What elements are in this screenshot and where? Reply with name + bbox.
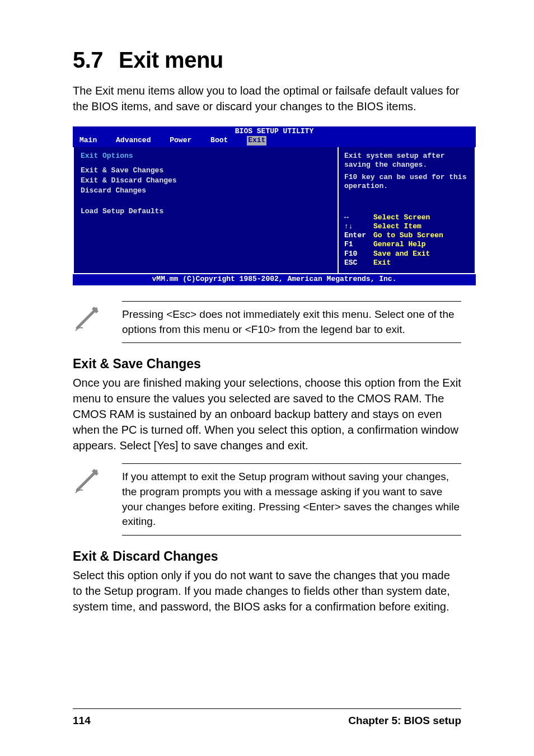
section-number: 5.7 [73,48,103,72]
bios-tab-advanced: Advanced [116,136,151,145]
list-item: Exit & Discard Changes [81,176,331,185]
list-item: Load Setup Defaults [81,207,331,216]
subhead-discard: Exit & Discard Changes [73,549,461,564]
bios-tab-exit: Exit [247,136,266,145]
chapter-label: Chapter 5: BIOS setup [348,715,461,727]
bios-right-panel: Exit system setup after saving the chang… [339,147,476,275]
bios-tab-boot: Boot [210,136,228,145]
bios-screenshot: BIOS SETUP UTILITY Main Advanced Power B… [73,126,476,285]
intro-paragraph: The Exit menu items allow you to load th… [73,83,461,114]
bios-footer: vMM.mm (C)Copyright 1985-2002, American … [73,274,476,285]
page-footer: 114 Chapter 5: BIOS setup [73,708,461,727]
note-text: If you attempt to exit the Setup program… [122,463,461,535]
note-icon [73,463,106,535]
list-item: Exit & Save Changes [81,166,331,175]
page-number: 114 [73,715,91,727]
page-title: 5.7Exit menu [73,48,461,73]
body-discard: Select this option only if you do not wa… [73,567,461,614]
bios-tabs: Main Advanced Power Boot Exit [73,136,476,147]
bios-help-text: F10 key can be used for this operation. [344,173,469,191]
section-name: Exit menu [119,48,223,72]
note-text: Pressing <Esc> does not immediately exit… [122,301,461,343]
list-item [81,197,331,206]
bios-tab-main: Main [79,136,97,145]
exit-options-label: Exit Options [81,152,331,161]
body-save: Once you are finished making your select… [73,375,461,453]
bios-tab-power: Power [170,136,191,145]
bios-help-text: Exit system setup after saving the chang… [344,152,469,170]
bios-title: BIOS SETUP UTILITY [73,126,476,136]
bios-left-panel: Exit Options Exit & Save Changes Exit & … [73,147,339,275]
bios-key-legend: ↔Select Screen ↑↓Select Item EnterGo to … [344,213,469,268]
note-icon [73,301,106,343]
subhead-save: Exit & Save Changes [73,356,461,372]
list-item: Discard Changes [81,186,331,195]
